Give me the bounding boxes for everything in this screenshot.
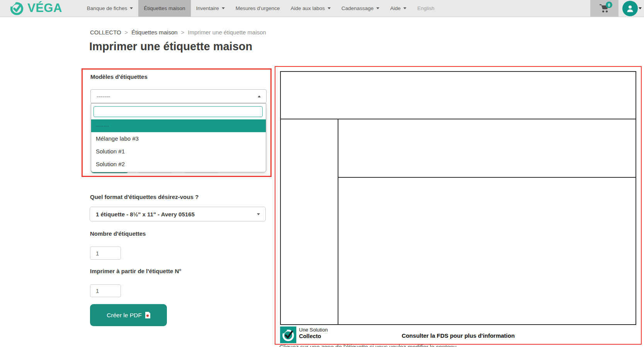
- start-position-label: Imprimer à partir de l'étiquette N°: [90, 268, 181, 274]
- nav-item-cadenassage[interactable]: Cadenassage: [336, 0, 385, 17]
- collecto-tagline: Une Solution: [299, 327, 328, 333]
- breadcrumb: COLLECTO > Étiquettes maison > Imprimer …: [90, 29, 266, 36]
- label-preview-panel: Une Solution Collecto Consulter la FDS p…: [275, 66, 642, 345]
- chevron-down-icon: [376, 7, 379, 9]
- breadcrumb-separator: >: [125, 29, 128, 36]
- main-nav: Banque de fiches Étiquettes maison Inven…: [82, 0, 440, 17]
- label-count-input[interactable]: [90, 247, 121, 260]
- nav-item-etiquettes-maison[interactable]: Étiquettes maison: [138, 0, 190, 17]
- model-select-value: -------: [91, 93, 258, 100]
- dropdown-option-melange-labo-3[interactable]: Mélange labo #3: [91, 132, 266, 145]
- nav-label: Aide aux labos: [291, 5, 325, 11]
- model-annotation-box: Modèles d'étiquettes ------- ------- Mél…: [82, 68, 272, 177]
- topbar-spacer: [440, 0, 590, 17]
- nav-label: Cadenassage: [342, 5, 374, 11]
- chevron-up-icon: [258, 95, 261, 97]
- dropdown-option-solution-1[interactable]: Solution #1: [91, 145, 266, 158]
- user-avatar-icon: [622, 1, 638, 16]
- model-select[interactable]: -------: [90, 89, 267, 103]
- nav-label: Mesures d'urgence: [236, 5, 280, 11]
- dropdown-search-input[interactable]: [93, 106, 263, 117]
- label-zone-title[interactable]: [281, 72, 636, 119]
- create-pdf-label: Créer le PDF: [107, 312, 141, 319]
- nav-label: Inventaire: [196, 5, 219, 11]
- breadcrumb-etiquettes-maison[interactable]: Étiquettes maison: [131, 29, 177, 36]
- breadcrumb-separator: >: [181, 29, 185, 36]
- dropdown-option-default[interactable]: -------: [91, 119, 266, 132]
- nav-item-aide-aux-labos[interactable]: Aide aux labos: [285, 0, 336, 17]
- nav-item-mesures-urgence[interactable]: Mesures d'urgence: [230, 0, 285, 17]
- label-zone-pictogram[interactable]: [281, 119, 338, 324]
- vega-check-icon: [10, 1, 24, 15]
- model-select-label: Modèles d'étiquettes: [90, 73, 148, 80]
- label-count-label: Nombre d'étiquettes: [90, 230, 146, 237]
- cart-button[interactable]: 0: [590, 0, 619, 17]
- nav-label: Étiquettes maison: [144, 5, 185, 11]
- nav-item-inventaire[interactable]: Inventaire: [191, 0, 230, 17]
- nav-item-english[interactable]: English: [412, 0, 440, 17]
- label-lower-section: [281, 119, 636, 324]
- breadcrumb-collecto[interactable]: COLLECTO: [90, 29, 121, 36]
- cart-count-badge: 0: [606, 2, 612, 8]
- label-template-table: [280, 71, 636, 325]
- label-zone-content[interactable]: [338, 178, 636, 324]
- create-pdf-button[interactable]: Créer le PDF: [90, 304, 167, 326]
- chevron-down-icon: [130, 7, 133, 9]
- format-select-value: 1 étiquette - 8½" x 11" - Avery 05165: [90, 211, 257, 218]
- label-right-section: [338, 119, 636, 324]
- preview-hint-text: Cliquez sur une zone de l'étiquette si v…: [279, 344, 457, 347]
- chevron-down-icon: [222, 7, 225, 9]
- start-position-input[interactable]: [90, 284, 121, 297]
- model-select-dropdown: ------- Mélange labo #3 Solution #1 Solu…: [91, 103, 266, 172]
- page-title: Imprimer une étiquette maison: [89, 40, 252, 53]
- format-select[interactable]: 1 étiquette - 8½" x 11" - Avery 05165: [90, 207, 266, 221]
- dropdown-option-solution-2[interactable]: Solution #2: [91, 158, 266, 170]
- nav-item-banque-de-fiches[interactable]: Banque de fiches: [82, 0, 138, 17]
- chevron-down-icon: [403, 7, 406, 9]
- format-select-label: Quel format d'étiquettes désirez-vous ?: [90, 194, 199, 200]
- brand-name: VÉGA: [27, 2, 62, 15]
- chevron-down-icon: [639, 7, 642, 9]
- fds-footer-text: Consulter la FDS pour plus d'information: [275, 332, 641, 339]
- chevron-down-icon: [328, 7, 331, 9]
- vega-logo[interactable]: VÉGA: [10, 0, 62, 17]
- chevron-down-icon: [257, 213, 260, 215]
- top-navbar: VÉGA Banque de fiches Étiquettes maison …: [0, 0, 644, 17]
- nav-label: Banque de fiches: [87, 5, 127, 11]
- label-zone-hazard[interactable]: [338, 119, 636, 178]
- nav-label: English: [417, 5, 434, 11]
- nav-label: Aide: [390, 5, 401, 11]
- user-menu-button[interactable]: [622, 0, 642, 17]
- breadcrumb-current-page: Imprimer une étiquette maison: [188, 29, 266, 36]
- nav-item-aide[interactable]: Aide: [385, 0, 412, 17]
- pdf-file-icon: [145, 312, 150, 318]
